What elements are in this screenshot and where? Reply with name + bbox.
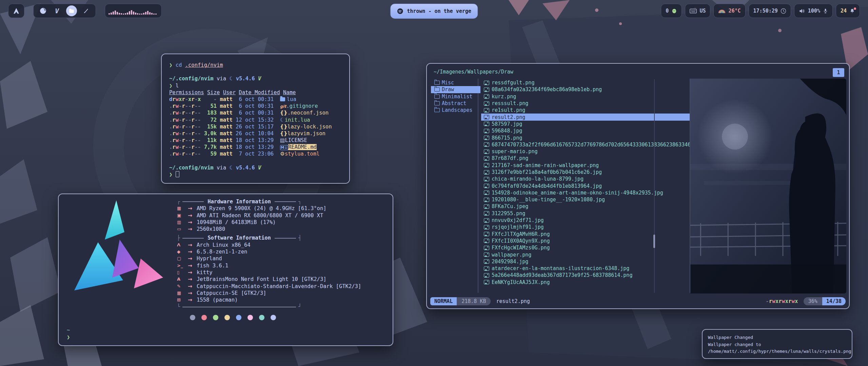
file-list-item[interactable]: EeNKYgIUcAAJ5JX.png — [481, 279, 690, 286]
software-value: fish 3.6.1 — [197, 262, 228, 269]
app-dock: V — [33, 4, 96, 18]
folder-icon — [434, 101, 440, 105]
terminal-window[interactable]: ❯ cd .config/nvim~/.config/nvim via ☾ v5… — [161, 54, 350, 184]
keyboard-layout-pill[interactable]: US — [685, 4, 710, 18]
file-list-item[interactable]: 3122955.png — [481, 210, 690, 217]
weather-pill[interactable]: 26°C — [713, 4, 745, 18]
file-list-item[interactable]: super-mario.png — [481, 148, 690, 155]
folder-icon — [434, 81, 440, 85]
sidebar-item-landscapes[interactable]: Landscapes — [431, 107, 480, 114]
image-file-icon — [484, 163, 489, 167]
terminal-line: ~/.config/nvim via ☾ v5.4.6 V — [169, 164, 342, 171]
image-file-icon — [484, 239, 489, 243]
file-list-item[interactable]: rsjqojlmjhf91.jpg — [481, 224, 690, 230]
file-list-item[interactable]: 68747470733a2f2f696d616765732d7769786d70… — [481, 141, 690, 148]
file-list-item[interactable]: 0c794faf07de24a4db4d4fb1eb813964.jpg — [481, 182, 690, 189]
palette-dot-6 — [259, 315, 264, 320]
cpu-icon: ▦ — [177, 205, 188, 212]
paintbrush-icon[interactable] — [81, 6, 91, 16]
shell-icon: >_ — [177, 262, 188, 269]
image-file-icon — [484, 81, 489, 85]
file-list-item[interactable]: 596848.jpg — [481, 127, 690, 134]
image-file-icon — [484, 122, 489, 126]
file-list-item[interactable]: 3126f7e9bbf21a8a4af0b67b041c6e26.jpg — [481, 169, 690, 176]
file-manager-window[interactable]: ~/Imagenes/Wallpapers/Draw 1 MiscDrawMin… — [426, 63, 850, 309]
unread-dot — [854, 7, 856, 10]
file-list-item[interactable]: ressdfgult.png — [481, 79, 690, 86]
cursor-position-badge: 14/38 — [822, 297, 846, 305]
notifications-pill[interactable]: 24 — [836, 4, 860, 18]
file-list-item[interactable]: FXfcHgcWIAMzs0G.png — [481, 244, 690, 251]
vim-icon[interactable]: V — [52, 6, 62, 16]
image-file-icon — [484, 218, 489, 223]
file-list-item[interactable]: 217167-sad-anime-rain-wallpaper.png — [481, 162, 690, 169]
file-list-item[interactable]: 08a634fa02a32364f69ebc86a98eb1eb.png — [481, 86, 690, 93]
terminal-line: ❯ cd .config/nvim — [169, 62, 342, 68]
file-size-badge: 218.8 KB — [457, 297, 491, 305]
media-player-pill[interactable]: thrown - on the verge — [390, 4, 478, 19]
file-list-item[interactable]: 20492984.jpg — [481, 258, 690, 265]
sidebar-item-draw[interactable]: Draw — [431, 86, 480, 93]
file-list-item[interactable]: wallpaper.png — [481, 251, 690, 258]
file-list-item[interactable]: result2.png — [481, 114, 690, 120]
arrow-icon: → — [188, 205, 197, 212]
fetch-row: ✎→Catppuccin-Macchiato-Standard-Lavender… — [177, 283, 386, 290]
audio-pill[interactable]: 100% — [794, 4, 833, 18]
terminal-line: ❯ l — [169, 82, 342, 89]
sidebar-item-minimalist[interactable]: Minimalist — [431, 93, 480, 100]
firefox-icon[interactable] — [38, 6, 48, 16]
tray-pill[interactable]: 0 — [661, 4, 682, 18]
file-manager-icon[interactable] — [66, 5, 77, 16]
json-icon: {} — [280, 130, 288, 137]
audio-visualizer[interactable] — [105, 4, 162, 18]
sidebar-item-abstract[interactable]: Abstract — [431, 100, 480, 107]
distro-logo — [65, 198, 166, 306]
file-list-item[interactable]: resssult.png — [481, 100, 690, 107]
folder-icon — [434, 87, 440, 92]
file-list-item[interactable]: chica-mirando-la-luna-8799.jpg — [481, 176, 690, 182]
software-value: Catppuccin-Macchiato-Standard-Lavender-D… — [197, 283, 361, 290]
fetch-row: ▢→Hyprland — [177, 255, 386, 262]
topbar-right: 0 US 26°C 17:50:29 10 — [661, 4, 860, 18]
tab-badge[interactable]: 1 — [833, 68, 844, 77]
tray-app-icon — [671, 8, 677, 14]
topbar-left: V — [8, 4, 162, 18]
image-preview — [690, 79, 846, 293]
file-list-item[interactable]: 87r687df.png — [481, 155, 690, 162]
file-list-item[interactable]: FXfcII0X0AQyn9X.png — [481, 238, 690, 244]
image-file-icon — [484, 136, 489, 140]
launcher-button[interactable] — [8, 4, 24, 18]
system-info-window[interactable]: ┌ Hardware Information ┐ ▦→AMD Ryzen 9 5… — [58, 194, 393, 346]
hardware-value: AMD ATI Radeon RX 6800/6800 XT / 6900 XT — [197, 212, 323, 219]
image-file-icon — [484, 94, 489, 99]
file-list-item[interactable]: nnvuv0xj2df71.jpg — [481, 217, 690, 224]
image-file-icon — [484, 149, 489, 154]
image-file-icon — [484, 184, 489, 188]
file-list-item[interactable]: 5a266e448add93deab367d87173e9f25-6837886… — [481, 272, 690, 279]
file-list-item[interactable]: 19201080-__blue-tinge__-1920×1080.jpg — [481, 196, 690, 203]
prompt-symbol: ❯ — [67, 334, 70, 341]
file-list-item[interactable]: re1sult.png — [481, 107, 690, 114]
file-list-item[interactable]: 587597.jpg — [481, 121, 690, 127]
scrollbar-track[interactable] — [654, 79, 655, 293]
notification-toast[interactable]: Wallpaper Changed Wallpaper changed to /… — [702, 329, 852, 359]
file-list-item[interactable]: 8FKa7Cu.jpeg — [481, 203, 690, 210]
software-value: Hyprland — [197, 255, 222, 262]
hardware-value: 10948MiB / 64183MiB (17%) — [197, 219, 276, 226]
clock-pill[interactable]: 17:50:29 — [749, 4, 791, 18]
sidebar-item-misc[interactable]: Misc — [431, 79, 480, 86]
terminal-color-dots — [190, 315, 386, 320]
scrollbar-thumb[interactable] — [653, 235, 655, 248]
volume-level: 100% — [808, 8, 820, 14]
file-list-item[interactable]: FXfcJlTXgAMvH6R.png — [481, 231, 690, 238]
file-permissions: .rw-r--r-- — [169, 130, 204, 137]
file-name: lua — [287, 96, 296, 102]
image-file-icon — [484, 156, 489, 161]
file-list-item[interactable]: atardecer-en-la-montanas-ilustracion-634… — [481, 265, 690, 272]
json-icon: {} — [280, 124, 288, 130]
terminal-line — [169, 68, 342, 75]
file-list-item[interactable]: 154928-odinokoe_anime-art-anime-okno-sin… — [481, 189, 690, 196]
file-list-item[interactable]: kurz.png — [481, 93, 690, 100]
parent-directory-list: MiscDrawMinimalistAbstractLandscapes — [431, 79, 480, 114]
file-list-item[interactable]: 866715.png — [481, 134, 690, 141]
